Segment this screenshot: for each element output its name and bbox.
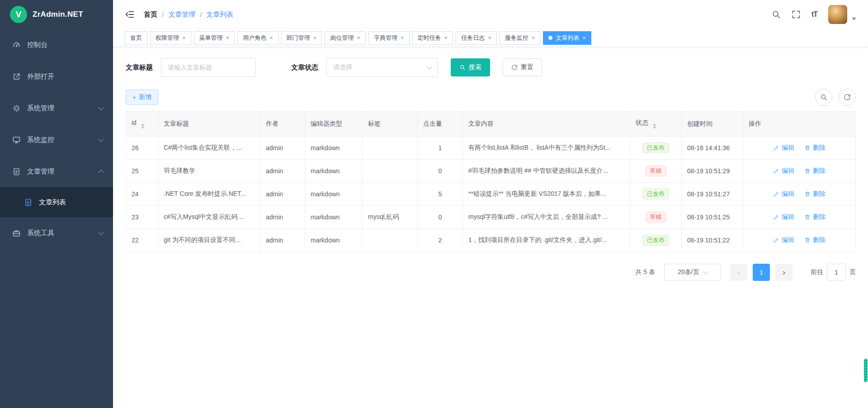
cell-created-time: 08-19 10:51:22 xyxy=(687,237,730,244)
close-icon[interactable]: × xyxy=(401,35,404,41)
breadcrumb-article-management[interactable]: 文章管理 xyxy=(168,10,195,19)
cell-title: 羽毛球教学 xyxy=(164,167,195,174)
tab[interactable]: 菜单管理 × xyxy=(194,31,235,45)
search-icon[interactable] xyxy=(772,10,781,19)
cell-title: .NET Core 发布时提示.NET... xyxy=(164,190,246,197)
add-button[interactable]: + 新增 xyxy=(126,90,158,105)
cell-id: 26 xyxy=(132,144,139,152)
tab-label: 用户角色 xyxy=(243,34,266,42)
sidebar-item-article-management[interactable]: 文章管理 xyxy=(0,156,113,187)
breadcrumb-separator: / xyxy=(162,11,164,19)
edit-button[interactable]: 编辑 xyxy=(773,190,794,198)
article-title-input[interactable] xyxy=(161,58,256,77)
close-icon[interactable]: × xyxy=(182,35,186,41)
breadcrumb-separator: / xyxy=(200,11,202,19)
fullscreen-icon[interactable] xyxy=(792,10,801,19)
breadcrumb: 首页 / 文章管理 / 文章列表 xyxy=(144,10,233,19)
cell-tags: mysql,乱码 xyxy=(368,213,399,220)
refresh-button[interactable] xyxy=(839,89,856,106)
articles-table: id 文章标题 作者 编辑器类型 标签 点击量 文章内容 状态 创 xyxy=(126,111,856,252)
sort-carets-icon[interactable] xyxy=(653,123,656,129)
sidebar-item-system-monitor[interactable]: 系统监控 xyxy=(0,124,113,156)
cell-id: 24 xyxy=(132,190,139,198)
close-icon[interactable]: × xyxy=(532,35,535,41)
edit-button[interactable]: 编辑 xyxy=(773,144,794,152)
caret-down-icon[interactable] xyxy=(852,18,856,20)
sidebar: V ZrAdmin.NET 控制台 外部打开 系统管理 xyxy=(0,0,113,408)
tab[interactable]: 服务监控 × xyxy=(500,31,541,45)
tab[interactable]: 首页 xyxy=(125,31,147,45)
cell-editor-type: markdown xyxy=(311,190,340,198)
cell-created-time: 08-18 14:41:36 xyxy=(687,144,730,152)
tab[interactable]: 权限管理 × xyxy=(150,31,191,45)
chevron-down-icon xyxy=(427,64,432,69)
tab-label: 权限管理 xyxy=(156,34,179,42)
close-icon[interactable]: × xyxy=(488,35,491,41)
article-status-select[interactable]: 请选择 xyxy=(326,58,438,77)
column-header-content: 文章内容 xyxy=(463,112,630,137)
edit-button[interactable]: 编辑 xyxy=(773,167,794,175)
user-avatar[interactable] xyxy=(828,5,847,24)
scrollbar-thumb[interactable] xyxy=(864,359,868,382)
close-icon[interactable]: × xyxy=(313,35,317,41)
tab[interactable]: 用户角色 × xyxy=(237,31,278,45)
pencil-icon xyxy=(773,168,779,174)
delete-button[interactable]: 删除 xyxy=(804,236,826,244)
delete-button[interactable]: 删除 xyxy=(804,213,826,221)
topbar: 首页 / 文章管理 / 文章列表 tT xyxy=(113,0,868,29)
tab-label: 字典管理 xyxy=(374,34,397,42)
column-header-status: 状态 xyxy=(630,112,682,137)
page-number-button[interactable]: 1 xyxy=(753,264,770,281)
pencil-icon xyxy=(773,237,779,243)
close-icon[interactable]: × xyxy=(444,35,448,41)
reset-button[interactable]: 重置 xyxy=(503,58,542,76)
search-button[interactable]: 搜索 xyxy=(451,58,490,76)
sort-carets-icon[interactable] xyxy=(141,123,145,129)
sidebar-item-label: 外部打开 xyxy=(27,72,54,81)
close-icon[interactable]: × xyxy=(226,35,230,41)
table-body: 26 C#两个list集合实现关联，... admin markdown 1 有… xyxy=(126,137,856,252)
next-page-button[interactable]: › xyxy=(775,264,793,281)
sidebar-item-system-tools[interactable]: 系统工具 xyxy=(0,217,113,249)
goto-page-input[interactable] xyxy=(827,264,846,281)
tab-label: 部门管理 xyxy=(287,34,310,42)
tab[interactable]: 部门管理 × xyxy=(281,31,322,45)
table-row: 26 C#两个list集合实现关联，... admin markdown 1 有… xyxy=(126,137,856,160)
document-icon xyxy=(12,167,21,176)
tab-label: 岗位管理 xyxy=(330,34,354,42)
vertical-scrollbar[interactable] xyxy=(864,0,868,408)
status-badge: 已发布 xyxy=(642,235,669,246)
edit-button[interactable]: 编辑 xyxy=(773,213,794,221)
prev-page-button[interactable]: ‹ xyxy=(730,264,747,281)
sidebar-item-external-open[interactable]: 外部打开 xyxy=(0,61,113,92)
breadcrumb-home[interactable]: 首页 xyxy=(144,10,157,19)
tab[interactable]: 文章列表 × xyxy=(543,31,591,45)
sidebar-item-article-list[interactable]: 文章列表 xyxy=(0,187,113,217)
tab[interactable]: 岗位管理 × xyxy=(325,31,366,45)
close-icon[interactable]: × xyxy=(269,35,273,41)
app-logo: V ZrAdmin.NET xyxy=(0,0,113,29)
font-size-icon[interactable]: tT xyxy=(811,10,817,19)
chevron-up-icon xyxy=(98,170,104,176)
tab[interactable]: 定时任务 × xyxy=(412,31,453,45)
table-toolbar: + 新增 xyxy=(126,89,856,106)
edit-button[interactable]: 编辑 xyxy=(773,236,794,244)
sidebar-collapse-button[interactable] xyxy=(125,9,135,19)
sidebar-menu: 控制台 外部打开 系统管理 系统监控 xyxy=(0,29,113,249)
sidebar-item-system-management[interactable]: 系统管理 xyxy=(0,92,113,124)
toggle-search-button[interactable] xyxy=(815,89,832,106)
external-link-icon xyxy=(12,72,21,81)
tab[interactable]: 任务日志 × xyxy=(456,31,497,45)
close-icon[interactable]: × xyxy=(582,35,586,41)
page-size-select[interactable]: 20条/页 xyxy=(664,264,721,281)
sidebar-item-label: 系统管理 xyxy=(27,104,54,113)
sidebar-item-label: 系统监控 xyxy=(27,136,54,144)
cell-author: admin xyxy=(266,167,283,175)
delete-button[interactable]: 删除 xyxy=(804,144,826,152)
sidebar-item-dashboard[interactable]: 控制台 xyxy=(0,29,113,61)
delete-button[interactable]: 删除 xyxy=(804,190,826,198)
trash-icon xyxy=(804,191,811,197)
tab[interactable]: 字典管理 × xyxy=(368,31,410,45)
close-icon[interactable]: × xyxy=(357,35,360,41)
delete-button[interactable]: 删除 xyxy=(804,167,826,175)
